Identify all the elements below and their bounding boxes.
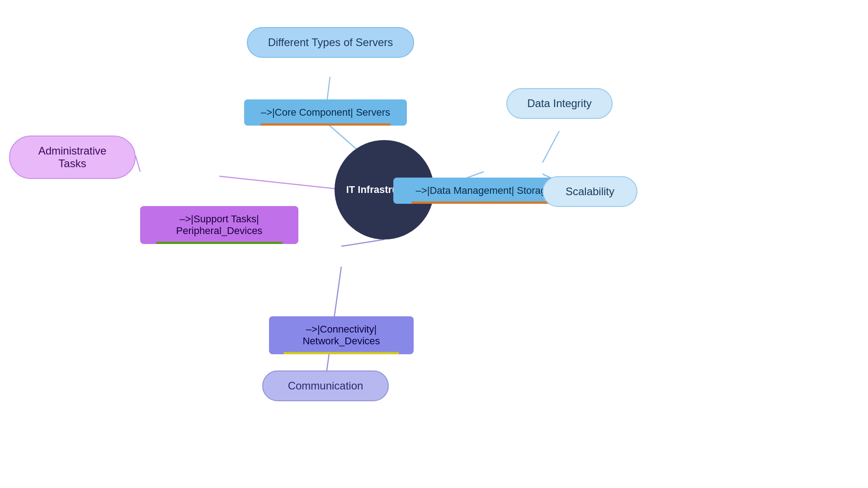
svg-line-5 — [219, 176, 346, 190]
node-administrative-tasks-label: Administrative Tasks — [24, 145, 120, 170]
node-data-management-label: –>|Data Management| Storage — [416, 185, 552, 197]
node-communication[interactable]: Communication — [262, 371, 389, 401]
node-data-integrity-label: Data Integrity — [527, 97, 592, 110]
svg-line-3 — [542, 131, 559, 163]
node-communication-label: Communication — [288, 380, 363, 392]
node-administrative-tasks[interactable]: Administrative Tasks — [9, 136, 136, 179]
svg-line-6 — [136, 156, 140, 172]
node-support-tasks-label: –>|Support Tasks| Peripheral_Devices — [176, 213, 263, 237]
node-core-components[interactable]: –>|Core Component| Servers — [244, 99, 407, 126]
node-support-tasks[interactable]: –>|Support Tasks| Peripheral_Devices — [140, 206, 298, 244]
node-connectivity-label: –>|Connectivity| Network_Devices — [302, 324, 380, 347]
node-data-integrity[interactable]: Data Integrity — [506, 88, 613, 119]
node-different-types-servers-label: Different Types of Servers — [268, 36, 393, 49]
svg-line-7 — [341, 239, 384, 246]
node-different-types-servers[interactable]: Different Types of Servers — [247, 27, 414, 58]
node-scalability-label: Scalability — [566, 185, 614, 198]
node-scalability[interactable]: Scalability — [542, 176, 637, 207]
node-core-components-label: –>|Core Component| Servers — [261, 107, 390, 118]
node-connectivity[interactable]: –>|Connectivity| Network_Devices — [269, 316, 414, 354]
